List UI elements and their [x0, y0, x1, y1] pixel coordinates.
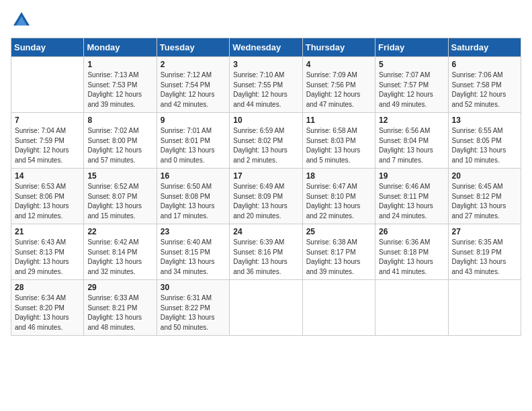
day-number: 15 — [87, 171, 152, 181]
day-info: Sunrise: 6:52 AMSunset: 8:07 PMDaylight:… — [87, 182, 152, 221]
calendar-cell: 12Sunrise: 6:56 AMSunset: 8:04 PMDayligh… — [375, 113, 448, 169]
day-number: 20 — [452, 171, 517, 181]
day-info: Sunrise: 7:10 AMSunset: 7:55 PMDaylight:… — [233, 71, 298, 109]
calendar-cell: 4Sunrise: 7:09 AMSunset: 7:56 PMDaylight… — [302, 57, 375, 113]
day-number: 2 — [161, 60, 226, 69]
calendar-cell: 27Sunrise: 6:35 AMSunset: 8:19 PMDayligh… — [448, 224, 521, 280]
day-info: Sunrise: 6:58 AMSunset: 8:03 PMDaylight:… — [306, 126, 371, 165]
day-number: 7 — [15, 116, 80, 125]
day-number: 29 — [87, 283, 152, 292]
day-number: 27 — [452, 227, 517, 236]
calendar-cell: 3Sunrise: 7:10 AMSunset: 7:55 PMDaylight… — [230, 57, 302, 113]
day-number: 30 — [161, 283, 226, 292]
logo-icon — [12, 11, 31, 30]
calendar-cell: 10Sunrise: 6:59 AMSunset: 8:02 PMDayligh… — [230, 113, 302, 169]
day-info: Sunrise: 7:02 AMSunset: 8:00 PMDaylight:… — [87, 126, 152, 165]
day-info: Sunrise: 6:31 AMSunset: 8:22 PMDaylight:… — [161, 293, 226, 332]
day-info: Sunrise: 7:12 AMSunset: 7:54 PMDaylight:… — [161, 71, 226, 109]
day-number: 9 — [161, 116, 226, 125]
day-info: Sunrise: 6:36 AMSunset: 8:18 PMDaylight:… — [379, 238, 444, 277]
day-number: 13 — [452, 116, 517, 125]
calendar-cell: 22Sunrise: 6:42 AMSunset: 8:14 PMDayligh… — [84, 224, 157, 280]
calendar-cell: 23Sunrise: 6:40 AMSunset: 8:15 PMDayligh… — [157, 224, 229, 280]
day-info: Sunrise: 6:45 AMSunset: 8:12 PMDaylight:… — [452, 182, 517, 221]
calendar-cell: 11Sunrise: 6:58 AMSunset: 8:03 PMDayligh… — [302, 113, 375, 169]
day-info: Sunrise: 6:35 AMSunset: 8:19 PMDaylight:… — [452, 238, 517, 277]
calendar-cell — [375, 280, 448, 336]
calendar-cell: 2Sunrise: 7:12 AMSunset: 7:54 PMDaylight… — [157, 57, 229, 113]
calendar-cell — [448, 280, 521, 336]
day-number: 4 — [306, 60, 371, 69]
calendar-cell: 15Sunrise: 6:52 AMSunset: 8:07 PMDayligh… — [84, 169, 157, 224]
day-info: Sunrise: 7:07 AMSunset: 7:57 PMDaylight:… — [379, 71, 444, 109]
day-info: Sunrise: 6:39 AMSunset: 8:16 PMDaylight:… — [233, 238, 298, 277]
calendar-cell: 24Sunrise: 6:39 AMSunset: 8:16 PMDayligh… — [230, 224, 302, 280]
day-number: 28 — [15, 283, 80, 292]
day-info: Sunrise: 6:53 AMSunset: 8:06 PMDaylight:… — [15, 182, 80, 221]
calendar-cell: 29Sunrise: 6:33 AMSunset: 8:21 PMDayligh… — [84, 280, 157, 336]
day-number: 22 — [87, 227, 152, 236]
day-number: 24 — [233, 227, 298, 236]
calendar-cell: 18Sunrise: 6:47 AMSunset: 8:10 PMDayligh… — [302, 169, 375, 224]
calendar-week-row: 21Sunrise: 6:43 AMSunset: 8:13 PMDayligh… — [11, 224, 521, 280]
calendar-cell: 25Sunrise: 6:38 AMSunset: 8:17 PMDayligh… — [302, 224, 375, 280]
day-number: 26 — [379, 227, 444, 236]
calendar-cell: 5Sunrise: 7:07 AMSunset: 7:57 PMDaylight… — [375, 57, 448, 113]
calendar-week-row: 14Sunrise: 6:53 AMSunset: 8:06 PMDayligh… — [11, 169, 521, 224]
calendar-cell — [230, 280, 302, 336]
day-number: 23 — [161, 227, 226, 236]
day-info: Sunrise: 6:56 AMSunset: 8:04 PMDaylight:… — [379, 126, 444, 165]
calendar-cell — [302, 280, 375, 336]
column-header-friday: Friday — [375, 38, 448, 57]
column-header-wednesday: Wednesday — [230, 38, 302, 57]
day-info: Sunrise: 7:09 AMSunset: 7:56 PMDaylight:… — [306, 71, 371, 109]
calendar-week-row: 7Sunrise: 7:04 AMSunset: 7:59 PMDaylight… — [11, 113, 521, 169]
logo — [11, 11, 31, 30]
day-info: Sunrise: 7:13 AMSunset: 7:53 PMDaylight:… — [87, 71, 152, 109]
calendar-cell: 6Sunrise: 7:06 AMSunset: 7:58 PMDaylight… — [448, 57, 521, 113]
day-info: Sunrise: 6:33 AMSunset: 8:21 PMDaylight:… — [87, 293, 152, 332]
calendar-cell: 16Sunrise: 6:50 AMSunset: 8:08 PMDayligh… — [157, 169, 229, 224]
day-info: Sunrise: 6:38 AMSunset: 8:17 PMDaylight:… — [306, 238, 371, 277]
calendar-cell: 26Sunrise: 6:36 AMSunset: 8:18 PMDayligh… — [375, 224, 448, 280]
day-info: Sunrise: 7:01 AMSunset: 8:01 PMDaylight:… — [161, 126, 226, 165]
calendar-cell: 21Sunrise: 6:43 AMSunset: 8:13 PMDayligh… — [11, 224, 84, 280]
day-number: 1 — [87, 60, 152, 69]
day-number: 8 — [87, 116, 152, 125]
calendar-cell: 17Sunrise: 6:49 AMSunset: 8:09 PMDayligh… — [230, 169, 302, 224]
day-info: Sunrise: 6:59 AMSunset: 8:02 PMDaylight:… — [233, 126, 298, 165]
calendar-cell: 14Sunrise: 6:53 AMSunset: 8:06 PMDayligh… — [11, 169, 84, 224]
day-info: Sunrise: 6:34 AMSunset: 8:20 PMDaylight:… — [15, 293, 80, 332]
calendar-cell: 20Sunrise: 6:45 AMSunset: 8:12 PMDayligh… — [448, 169, 521, 224]
day-info: Sunrise: 6:46 AMSunset: 8:11 PMDaylight:… — [379, 182, 444, 221]
day-number: 17 — [233, 171, 298, 181]
day-number: 19 — [379, 171, 444, 181]
day-number: 16 — [161, 171, 226, 181]
page-header — [11, 11, 521, 30]
day-info: Sunrise: 7:04 AMSunset: 7:59 PMDaylight:… — [15, 126, 80, 165]
column-header-thursday: Thursday — [302, 38, 375, 57]
day-number: 18 — [306, 171, 371, 181]
column-header-sunday: Sunday — [11, 38, 84, 57]
day-info: Sunrise: 6:43 AMSunset: 8:13 PMDaylight:… — [15, 238, 80, 277]
day-info: Sunrise: 7:06 AMSunset: 7:58 PMDaylight:… — [452, 71, 517, 109]
column-header-monday: Monday — [84, 38, 157, 57]
day-info: Sunrise: 6:40 AMSunset: 8:15 PMDaylight:… — [161, 238, 226, 277]
day-number: 5 — [379, 60, 444, 69]
calendar-cell: 8Sunrise: 7:02 AMSunset: 8:00 PMDaylight… — [84, 113, 157, 169]
column-header-saturday: Saturday — [448, 38, 521, 57]
day-number: 14 — [15, 171, 80, 181]
day-number: 6 — [452, 60, 517, 69]
day-number: 25 — [306, 227, 371, 236]
day-number: 11 — [306, 116, 371, 125]
calendar-cell: 13Sunrise: 6:55 AMSunset: 8:05 PMDayligh… — [448, 113, 521, 169]
day-number: 3 — [233, 60, 298, 69]
calendar-cell: 19Sunrise: 6:46 AMSunset: 8:11 PMDayligh… — [375, 169, 448, 224]
calendar-cell: 9Sunrise: 7:01 AMSunset: 8:01 PMDaylight… — [157, 113, 229, 169]
day-number: 12 — [379, 116, 444, 125]
day-number: 10 — [233, 116, 298, 125]
calendar-table: SundayMondayTuesdayWednesdayThursdayFrid… — [11, 38, 521, 336]
calendar-week-row: 1Sunrise: 7:13 AMSunset: 7:53 PMDaylight… — [11, 57, 521, 113]
day-info: Sunrise: 6:42 AMSunset: 8:14 PMDaylight:… — [87, 238, 152, 277]
calendar-cell — [11, 57, 84, 113]
